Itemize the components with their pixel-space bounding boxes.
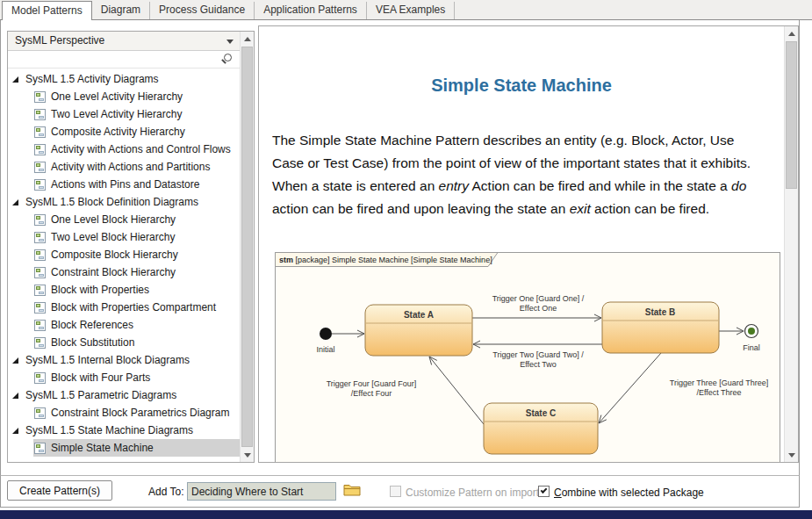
diagram-icon (34, 91, 46, 103)
tab-model-patterns[interactable]: Model Patterns (2, 1, 92, 20)
tree-item-constraint-block-parametrics-diagram[interactable]: Constraint Block Parametrics Diagram (8, 404, 240, 422)
combine-checkbox-label[interactable]: Combine with selected Package (554, 487, 704, 499)
svg-text:Trigger Three [Guard Three]: Trigger Three [Guard Three] (670, 378, 768, 387)
perspective-select[interactable]: SysML Perspective (8, 32, 240, 51)
svg-text:State C: State C (526, 408, 556, 418)
svg-text:Trigger One [Guard One] /: Trigger One [Guard One] / (492, 294, 585, 303)
tree-item-block-references[interactable]: Block References (8, 316, 240, 334)
diagram-icon (34, 407, 46, 419)
right-panel: Simple State Machine The Simple State Ma… (258, 25, 799, 463)
svg-text:/Effect Three: /Effect Three (696, 388, 741, 397)
chevron-down-icon[interactable] (226, 40, 234, 44)
scroll-down-button[interactable] (241, 448, 254, 462)
browse-folder-button[interactable] (341, 482, 363, 500)
add-to-input[interactable] (187, 482, 336, 501)
create-patterns-button[interactable]: Create Pattern(s) (7, 480, 112, 501)
expanded-arrow-icon[interactable] (12, 357, 18, 364)
right-scrollbar[interactable] (784, 26, 798, 462)
expanded-arrow-icon[interactable] (12, 199, 18, 205)
initial-node (320, 328, 332, 340)
tab-process-guidance[interactable]: Process Guidance (150, 2, 255, 19)
left-panel: SysML Perspective SysML 1.5 Activity Dia… (7, 31, 255, 463)
tree-item-two-level-activity-hierarchy[interactable]: Two Level Activity Hierarchy (8, 105, 240, 123)
diagram-icon (34, 267, 46, 278)
state-machine-diagram: stm [package] Simple State Machine [Simp… (275, 252, 782, 462)
diagram-icon (34, 179, 46, 191)
pattern-title: Simple State Machine (259, 76, 784, 96)
tab-application-patterns[interactable]: Application Patterns (255, 2, 367, 19)
tree-item-constraint-block-hierarchy[interactable]: Constraint Block Hierarchy (8, 263, 240, 281)
initial-label: Initial (316, 345, 334, 354)
svg-text:State A: State A (404, 310, 434, 320)
frame-label: stm [package] Simple State Machine [Simp… (279, 256, 492, 264)
scroll-up-button[interactable] (241, 32, 254, 46)
arrow-down-icon (788, 453, 795, 458)
main-area: SysML Perspective SysML 1.5 Activity Dia… (0, 20, 800, 475)
tree-item-label: Two Level Block Hierarchy (51, 231, 175, 243)
diagram-icon (34, 232, 46, 243)
tree-item-sysml-1-5-parametric-diagrams[interactable]: SysML 1.5 Parametric Diagrams (8, 386, 240, 404)
tree-item-one-level-block-hierarchy[interactable]: One Level Block Hierarchy (8, 211, 240, 228)
search-icon[interactable] (224, 54, 232, 61)
svg-text:Trigger Two [Guard Two] /: Trigger Two [Guard Two] / (492, 350, 584, 359)
scroll-up-button[interactable] (785, 26, 798, 40)
tree-item-activity-with-actions-and-partitions[interactable]: Activity with Actions and Partitions (8, 158, 240, 176)
expanded-arrow-icon[interactable] (12, 393, 18, 399)
scroll-thumb[interactable] (241, 47, 253, 447)
svg-text:State B: State B (645, 307, 675, 317)
tree-item-sysml-1-5-internal-block-diagrams[interactable]: SysML 1.5 Internal Block Diagrams (8, 351, 240, 369)
status-bar (0, 510, 812, 519)
footer-bar: Create Pattern(s) Add To: Customize Patt… (0, 475, 800, 508)
tree-item-label: Composite Block Hierarchy (51, 249, 178, 261)
tab-bar: Model PatternsDiagramProcess GuidanceApp… (0, 0, 812, 20)
tree-item-label: SysML 1.5 State Machine Diagrams (25, 424, 193, 436)
tree-item-label: One Level Activity Hierarchy (51, 90, 183, 103)
tree-item-label: One Level Block Hierarchy (51, 213, 176, 226)
tree-item-label: Composite Activity Hierarchy (51, 126, 185, 138)
left-scrollbar[interactable] (240, 32, 254, 462)
tree-item-sysml-1-5-state-machine-diagrams[interactable]: SysML 1.5 State Machine Diagrams (8, 422, 240, 439)
tree-item-block-substitution[interactable]: Block Substitution (8, 334, 240, 351)
tree-item-activity-with-actions-and-control-flows[interactable]: Activity with Actions and Control Flows (8, 141, 240, 158)
tree-item-label: Constraint Block Parametrics Diagram (51, 407, 229, 419)
scroll-down-button[interactable] (785, 448, 798, 462)
state-b: State B (602, 302, 719, 353)
tree-item-label: Simple State Machine (51, 442, 154, 454)
tree-item-block-with-properties[interactable]: Block with Properties (8, 281, 240, 299)
combine-checkbox[interactable] (538, 486, 550, 497)
tree-item-one-level-activity-hierarchy[interactable]: One Level Activity Hierarchy (8, 88, 240, 105)
svg-text:Effect One: Effect One (520, 304, 557, 313)
diagram-icon (34, 372, 46, 384)
svg-text:Trigger Four [Guard Four]: Trigger Four [Guard Four] (327, 379, 417, 388)
tree-item-label: Block References (51, 319, 133, 331)
arrow-down-icon (244, 453, 251, 458)
tree-item-label: SysML 1.5 Parametric Diagrams (25, 389, 176, 401)
final-label: Final (743, 343, 760, 352)
tree-item-label: SysML 1.5 Internal Block Diagrams (25, 354, 190, 366)
tree-item-label: Activity with Actions and Partitions (51, 161, 210, 173)
tree-item-block-with-properties-compartment[interactable]: Block with Properties Compartment (8, 299, 240, 316)
tree-item-label: Actions with Pins and Datastore (51, 178, 199, 191)
customize-checkbox (390, 486, 401, 497)
tree-item-simple-state-machine[interactable]: Simple State Machine (8, 439, 240, 457)
tab-diagram[interactable]: Diagram (92, 2, 150, 19)
add-to-label: Add To: (148, 486, 183, 498)
final-node (745, 325, 758, 338)
tree-item-composite-activity-hierarchy[interactable]: Composite Activity Hierarchy (8, 123, 240, 141)
tab-vea-examples[interactable]: VEA Examples (367, 2, 455, 19)
expanded-arrow-icon[interactable] (12, 76, 18, 83)
expanded-arrow-icon[interactable] (12, 428, 18, 434)
tree-item-block-with-four-parts[interactable]: Block with Four Parts (8, 369, 240, 386)
state-a: State A (365, 305, 472, 356)
tree-item-label: Block with Four Parts (51, 371, 150, 384)
search-bar[interactable] (8, 51, 240, 68)
svg-text:Effect Two: Effect Two (520, 360, 557, 369)
tree-item-two-level-block-hierarchy[interactable]: Two Level Block Hierarchy (8, 228, 240, 246)
app-root: Model PatternsDiagramProcess GuidanceApp… (0, 0, 812, 519)
tree-item-sysml-1-5-activity-diagrams[interactable]: SysML 1.5 Activity Diagrams (8, 70, 240, 88)
tree-item-sysml-1-5-block-definition-diagrams[interactable]: SysML 1.5 Block Definition Diagrams (8, 193, 240, 211)
scroll-thumb[interactable] (786, 41, 797, 189)
customize-checkbox-label: Customize Pattern on import (406, 487, 539, 499)
tree-item-actions-with-pins-and-datastore[interactable]: Actions with Pins and Datastore (8, 176, 240, 193)
tree-item-composite-block-hierarchy[interactable]: Composite Block Hierarchy (8, 246, 240, 263)
